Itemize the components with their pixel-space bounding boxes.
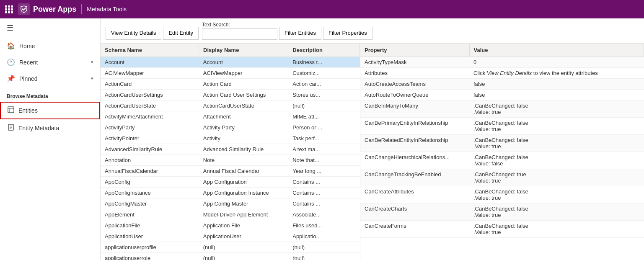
description-cell: MIME att... bbox=[288, 111, 360, 122]
properties-table-header: Property Value bbox=[360, 44, 644, 57]
table-row[interactable]: ApplicationUser ApplicationUser Applicat… bbox=[101, 231, 360, 242]
schema-name-cell: ActionCardUserSettings bbox=[101, 90, 199, 100]
apps-grid-icon[interactable] bbox=[5, 5, 13, 13]
property-value-cell: Click View Entity Details to view the en… bbox=[469, 68, 644, 79]
property-name-cell: CanCreateCharts bbox=[360, 203, 469, 221]
property-row: CanCreateForms .CanBeChanged: false.Valu… bbox=[360, 221, 644, 238]
filter-properties-button[interactable]: Filter Properties bbox=[323, 27, 372, 40]
table-row[interactable]: applicationuserrole (null) (null) bbox=[101, 253, 360, 260]
table-row[interactable]: AppConfigInstance App Configuration Inst… bbox=[101, 188, 360, 198]
table-row[interactable]: Account Account Business t... bbox=[101, 57, 360, 68]
search-container: Text Search: bbox=[202, 22, 277, 40]
table-row[interactable]: Annotation Note Note that... bbox=[101, 155, 360, 166]
property-value-cell: false bbox=[469, 79, 644, 90]
schema-name-cell: Account bbox=[101, 57, 199, 68]
table-row[interactable]: AppConfig App Configuration Contains ... bbox=[101, 177, 360, 188]
description-cell: Business t... bbox=[288, 57, 360, 68]
table-row[interactable]: applicationuserprofile (null) (null) bbox=[101, 242, 360, 253]
display-name-cell: App Config Master bbox=[199, 198, 288, 209]
tables-area: Schema Name Display Name Description Acc… bbox=[101, 44, 644, 260]
entity-metadata-icon bbox=[8, 124, 14, 132]
browse-metadata-label: Browse Metadata bbox=[0, 87, 100, 102]
display-name-cell: Model-Driven App Element bbox=[199, 209, 288, 220]
property-name-cell: CanChangeHierarchicalRelations... bbox=[360, 152, 469, 169]
description-cell: Note that... bbox=[288, 155, 360, 166]
description-cell: Action car... bbox=[288, 79, 360, 90]
schema-name-header: Schema Name bbox=[101, 44, 199, 57]
entity-table-body: Account Account Business t... ACIViewMap… bbox=[101, 57, 360, 260]
display-name-cell: ActionCardUserState bbox=[199, 100, 288, 111]
schema-name-cell: ApplicationFile bbox=[101, 220, 199, 231]
property-value-cell: .CanBeChanged: false.Value: true bbox=[469, 186, 644, 203]
app-name: Power Apps bbox=[33, 5, 76, 14]
display-name-cell: Application File bbox=[199, 220, 288, 231]
schema-name-cell: ACIViewMapper bbox=[101, 68, 199, 79]
table-row[interactable]: ActionCardUserState ActionCardUserState … bbox=[101, 100, 360, 111]
property-name-cell: Attributes bbox=[360, 68, 469, 79]
property-name-cell: AutoCreateAccessTeams bbox=[360, 79, 469, 90]
property-row: CanChangeTrackingBeEnabled .CanBeChanged… bbox=[360, 169, 644, 186]
property-header: Property bbox=[360, 44, 469, 57]
entity-list-scroll[interactable]: Account Account Business t... ACIViewMap… bbox=[101, 57, 360, 260]
hamburger-menu[interactable]: ☰ bbox=[0, 18, 100, 38]
schema-name-cell: ActivityPointer bbox=[101, 133, 199, 144]
table-row[interactable]: AdvancedSimilarityRule Advanced Similari… bbox=[101, 144, 360, 155]
property-row: CanBeRelatedEntityInRelationship .CanBeC… bbox=[360, 135, 644, 152]
display-name-cell: (null) bbox=[199, 242, 288, 253]
table-row[interactable]: AppElement Model-Driven App Element Asso… bbox=[101, 209, 360, 220]
schema-name-cell: applicationuserprofile bbox=[101, 242, 199, 253]
properties-panel: Property Value ActivityTypeMask 0 Attrib… bbox=[360, 44, 644, 260]
table-row[interactable]: ACIViewMapper ACIViewMapper Customiz... bbox=[101, 68, 360, 79]
property-row: CanCreateAttributes .CanBeChanged: false… bbox=[360, 186, 644, 203]
properties-scroll[interactable]: ActivityTypeMask 0 Attributes Click View… bbox=[360, 57, 644, 260]
table-row[interactable]: ApplicationFile Application File Files u… bbox=[101, 220, 360, 231]
display-name-header: Display Name bbox=[199, 44, 288, 57]
table-row[interactable]: ActionCardUserSettings Action Card User … bbox=[101, 90, 360, 100]
display-name-cell: Action Card bbox=[199, 79, 288, 90]
chevron-down-icon: ▾ bbox=[91, 59, 93, 65]
display-name-cell: App Configuration bbox=[199, 177, 288, 188]
table-row[interactable]: AppConfigMaster App Config Master Contai… bbox=[101, 198, 360, 209]
description-header: Description bbox=[288, 44, 360, 57]
schema-name-cell: AppElement bbox=[101, 209, 199, 220]
property-row: CanChangeHierarchicalRelations... .CanBe… bbox=[360, 152, 644, 169]
display-name-cell: Account bbox=[199, 57, 288, 68]
schema-name-cell: AppConfigInstance bbox=[101, 188, 199, 198]
sidebar: ☰ 🏠 Home 🕐 Recent ▾ 📌 Pinned ▾ Browse Me… bbox=[0, 18, 101, 260]
description-cell: Contains ... bbox=[288, 177, 360, 188]
sidebar-item-entity-metadata[interactable]: Entity Metadata bbox=[0, 119, 100, 137]
schema-name-cell: AdvancedSimilarityRule bbox=[101, 144, 199, 155]
description-cell: Files used... bbox=[288, 220, 360, 231]
property-name-cell: CanCreateAttributes bbox=[360, 186, 469, 203]
schema-name-cell: Annotation bbox=[101, 155, 199, 166]
table-row[interactable]: ActivityPointer Activity Task perf... bbox=[101, 133, 360, 144]
description-cell: Task perf... bbox=[288, 133, 360, 144]
description-cell: Person or ... bbox=[288, 122, 360, 133]
table-row[interactable]: ActionCard Action Card Action car... bbox=[101, 79, 360, 90]
property-row: AutoRouteToOwnerQueue false bbox=[360, 90, 644, 100]
sidebar-item-entities[interactable]: Entities bbox=[0, 102, 100, 119]
sidebar-item-recent[interactable]: 🕐 Recent ▾ bbox=[0, 54, 100, 70]
display-name-cell: Note bbox=[199, 155, 288, 166]
property-row: CanBeInManyToMany .CanBeChanged: false.V… bbox=[360, 100, 644, 118]
properties-table-body: ActivityTypeMask 0 Attributes Click View… bbox=[360, 57, 644, 238]
edit-entity-button[interactable]: Edit Entity bbox=[163, 27, 199, 40]
section-name: Metadata Tools bbox=[87, 6, 127, 13]
table-row[interactable]: ActivityMimeAttachment Attachment MIME a… bbox=[101, 111, 360, 122]
table-row[interactable]: AnnualFiscalCalendar Annual Fiscal Calen… bbox=[101, 166, 360, 177]
svg-rect-1 bbox=[8, 107, 14, 113]
search-input[interactable] bbox=[202, 28, 277, 40]
sidebar-home-label: Home bbox=[19, 43, 35, 49]
view-entity-details-button[interactable]: View Entity Details bbox=[106, 27, 161, 40]
property-value-cell: .CanBeChanged: true.Value: true bbox=[469, 169, 644, 186]
main-layout: ☰ 🏠 Home 🕐 Recent ▾ 📌 Pinned ▾ Browse Me… bbox=[0, 18, 644, 260]
display-name-cell: Action Card User Settings bbox=[199, 90, 288, 100]
schema-name-cell: AppConfig bbox=[101, 177, 199, 188]
sidebar-item-pinned[interactable]: 📌 Pinned ▾ bbox=[0, 70, 100, 87]
table-row[interactable]: ActivityParty Activity Party Person or .… bbox=[101, 122, 360, 133]
sidebar-item-home[interactable]: 🏠 Home bbox=[0, 38, 100, 54]
schema-name-cell: ApplicationUser bbox=[101, 231, 199, 242]
description-cell: Associate... bbox=[288, 209, 360, 220]
topbar-divider bbox=[81, 4, 82, 14]
filter-entities-button[interactable]: Filter Entities bbox=[279, 27, 321, 40]
